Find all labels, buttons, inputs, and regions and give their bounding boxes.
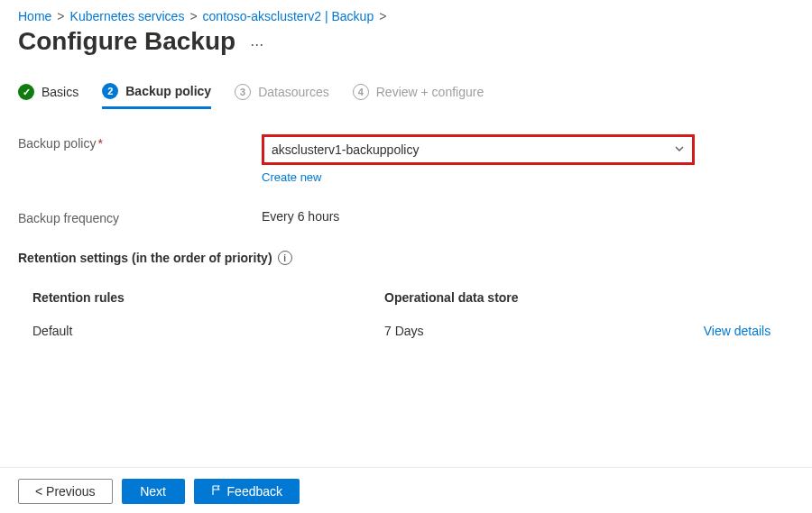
info-icon[interactable]: i bbox=[278, 251, 292, 265]
wizard-steps: ✓ Basics 2 Backup policy 3 Datasources 4… bbox=[18, 83, 794, 109]
check-icon: ✓ bbox=[18, 84, 34, 100]
wizard-footer: < Previous Next Feedback bbox=[0, 467, 812, 504]
backup-policy-select[interactable]: aksclusterv1-backuppolicy bbox=[262, 134, 695, 165]
backup-policy-value: aksclusterv1-backuppolicy bbox=[272, 142, 419, 157]
breadcrumb: Home > Kubernetes services > contoso-aks… bbox=[18, 9, 794, 23]
step-review[interactable]: 4 Review + configure bbox=[353, 84, 484, 107]
step-number-icon: 2 bbox=[102, 83, 118, 99]
backup-frequency-label: Backup frequency bbox=[18, 209, 262, 225]
breadcrumb-sep: > bbox=[379, 9, 386, 23]
retention-row: Default 7 Days View details bbox=[18, 314, 770, 347]
retention-table: Retention rules Operational data store D… bbox=[18, 281, 770, 347]
step-basics[interactable]: ✓ Basics bbox=[18, 84, 78, 107]
breadcrumb-sep: > bbox=[57, 9, 64, 23]
retention-title: Retention settings (in the order of prio… bbox=[18, 251, 272, 265]
chevron-down-icon bbox=[674, 142, 685, 157]
step-number-icon: 3 bbox=[235, 84, 251, 100]
breadcrumb-service[interactable]: Kubernetes services bbox=[70, 9, 185, 23]
step-label: Review + configure bbox=[376, 85, 484, 99]
breadcrumb-home[interactable]: Home bbox=[18, 9, 51, 23]
retention-rule-name: Default bbox=[32, 324, 384, 338]
breadcrumb-resource[interactable]: contoso-aksclusterv2 | Backup bbox=[203, 9, 374, 23]
backup-policy-label: Backup policy* bbox=[18, 134, 262, 184]
step-label: Backup policy bbox=[125, 84, 211, 98]
retention-store-value: 7 Days bbox=[384, 324, 680, 338]
flag-icon bbox=[211, 485, 222, 499]
previous-button[interactable]: < Previous bbox=[18, 479, 113, 504]
step-datasources[interactable]: 3 Datasources bbox=[235, 84, 329, 107]
step-backup-policy[interactable]: 2 Backup policy bbox=[102, 83, 211, 109]
retention-col-rules-header: Retention rules bbox=[32, 290, 384, 305]
more-button[interactable]: ··· bbox=[250, 31, 263, 52]
step-label: Basics bbox=[42, 85, 78, 99]
step-number-icon: 4 bbox=[353, 84, 369, 100]
next-button[interactable]: Next bbox=[122, 479, 185, 504]
required-indicator: * bbox=[97, 136, 102, 151]
breadcrumb-sep: > bbox=[189, 9, 197, 23]
view-details-link[interactable]: View details bbox=[680, 324, 770, 338]
retention-col-store-header: Operational data store bbox=[384, 290, 680, 305]
page-title: Configure Backup bbox=[18, 27, 235, 56]
create-new-link[interactable]: Create new bbox=[262, 170, 321, 184]
step-label: Datasources bbox=[258, 85, 329, 99]
feedback-button[interactable]: Feedback bbox=[194, 479, 300, 504]
feedback-label: Feedback bbox=[227, 484, 282, 499]
backup-frequency-value: Every 6 hours bbox=[262, 209, 339, 224]
